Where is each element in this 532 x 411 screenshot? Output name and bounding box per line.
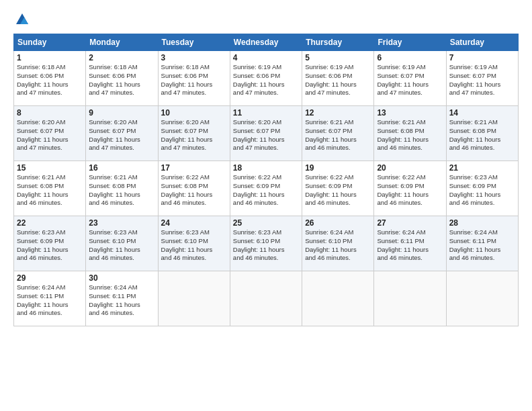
calendar-table: SundayMondayTuesdayWednesdayThursdayFrid… bbox=[13, 34, 519, 326]
day-number: 2 bbox=[89, 53, 154, 62]
calendar-cell: 3Sunrise: 6:18 AMSunset: 6:06 PMDaylight… bbox=[158, 51, 230, 106]
calendar-cell bbox=[230, 271, 302, 326]
day-info: Sunrise: 6:21 AMSunset: 6:08 PMDaylight:… bbox=[17, 173, 83, 208]
logo-icon bbox=[15, 12, 30, 27]
calendar-cell: 30Sunrise: 6:24 AMSunset: 6:11 PMDayligh… bbox=[86, 271, 158, 326]
calendar-cell: 5Sunrise: 6:19 AMSunset: 6:06 PMDaylight… bbox=[302, 51, 374, 106]
calendar-cell bbox=[302, 271, 374, 326]
day-info: Sunrise: 6:18 AMSunset: 6:06 PMDaylight:… bbox=[89, 63, 154, 97]
day-info: Sunrise: 6:19 AMSunset: 6:06 PMDaylight:… bbox=[233, 63, 299, 97]
calendar-cell: 11Sunrise: 6:20 AMSunset: 6:07 PMDayligh… bbox=[230, 106, 302, 161]
calendar-week-row: 22Sunrise: 6:23 AMSunset: 6:09 PMDayligh… bbox=[14, 216, 519, 271]
calendar-day-header: Monday bbox=[86, 34, 158, 51]
day-info: Sunrise: 6:24 AMSunset: 6:11 PMDaylight:… bbox=[377, 228, 443, 263]
day-number: 5 bbox=[305, 53, 371, 62]
calendar-cell: 24Sunrise: 6:23 AMSunset: 6:10 PMDayligh… bbox=[158, 216, 230, 271]
calendar-cell: 27Sunrise: 6:24 AMSunset: 6:11 PMDayligh… bbox=[374, 216, 446, 271]
calendar-cell bbox=[374, 271, 446, 326]
day-number: 19 bbox=[305, 163, 371, 173]
calendar-day-header: Wednesday bbox=[230, 34, 302, 51]
day-info: Sunrise: 6:24 AMSunset: 6:10 PMDaylight:… bbox=[305, 228, 371, 263]
day-number: 15 bbox=[17, 163, 83, 173]
day-number: 12 bbox=[305, 108, 371, 118]
calendar-cell: 28Sunrise: 6:24 AMSunset: 6:11 PMDayligh… bbox=[446, 216, 518, 271]
day-info: Sunrise: 6:24 AMSunset: 6:11 PMDaylight:… bbox=[89, 283, 154, 318]
day-info: Sunrise: 6:23 AMSunset: 6:10 PMDaylight:… bbox=[89, 228, 154, 263]
day-info: Sunrise: 6:19 AMSunset: 6:07 PMDaylight:… bbox=[377, 63, 443, 97]
calendar-day-header: Saturday bbox=[446, 34, 518, 51]
day-number: 28 bbox=[449, 218, 515, 228]
day-number: 22 bbox=[17, 218, 83, 228]
day-number: 23 bbox=[89, 218, 154, 228]
day-info: Sunrise: 6:23 AMSunset: 6:09 PMDaylight:… bbox=[17, 228, 83, 263]
day-number: 13 bbox=[377, 108, 443, 118]
day-number: 25 bbox=[233, 218, 299, 228]
calendar-cell: 6Sunrise: 6:19 AMSunset: 6:07 PMDaylight… bbox=[374, 51, 446, 106]
page: SundayMondayTuesdayWednesdayThursdayFrid… bbox=[0, 0, 532, 411]
calendar-cell: 29Sunrise: 6:24 AMSunset: 6:11 PMDayligh… bbox=[14, 271, 86, 326]
day-info: Sunrise: 6:22 AMSunset: 6:08 PMDaylight:… bbox=[161, 173, 227, 208]
day-number: 21 bbox=[449, 163, 515, 173]
day-info: Sunrise: 6:23 AMSunset: 6:10 PMDaylight:… bbox=[233, 228, 299, 263]
day-info: Sunrise: 6:24 AMSunset: 6:11 PMDaylight:… bbox=[449, 228, 515, 263]
calendar-cell: 19Sunrise: 6:22 AMSunset: 6:09 PMDayligh… bbox=[302, 161, 374, 216]
day-number: 24 bbox=[161, 218, 227, 228]
day-info: Sunrise: 6:20 AMSunset: 6:07 PMDaylight:… bbox=[161, 118, 227, 152]
day-number: 17 bbox=[161, 163, 227, 173]
calendar-day-header: Tuesday bbox=[158, 34, 230, 51]
calendar-cell: 14Sunrise: 6:21 AMSunset: 6:08 PMDayligh… bbox=[446, 106, 518, 161]
calendar-cell: 22Sunrise: 6:23 AMSunset: 6:09 PMDayligh… bbox=[14, 216, 86, 271]
day-number: 7 bbox=[449, 53, 515, 62]
day-number: 3 bbox=[161, 53, 227, 62]
day-info: Sunrise: 6:20 AMSunset: 6:07 PMDaylight:… bbox=[233, 118, 299, 152]
day-number: 14 bbox=[449, 108, 515, 118]
day-number: 6 bbox=[377, 53, 443, 62]
day-number: 1 bbox=[17, 53, 83, 62]
calendar-header-row: SundayMondayTuesdayWednesdayThursdayFrid… bbox=[14, 34, 519, 51]
calendar-week-row: 8Sunrise: 6:20 AMSunset: 6:07 PMDaylight… bbox=[14, 106, 519, 161]
calendar-cell: 20Sunrise: 6:22 AMSunset: 6:09 PMDayligh… bbox=[374, 161, 446, 216]
day-info: Sunrise: 6:21 AMSunset: 6:07 PMDaylight:… bbox=[305, 118, 371, 152]
calendar-cell: 7Sunrise: 6:19 AMSunset: 6:07 PMDaylight… bbox=[446, 51, 518, 106]
calendar-cell: 21Sunrise: 6:23 AMSunset: 6:09 PMDayligh… bbox=[446, 161, 518, 216]
calendar-cell: 2Sunrise: 6:18 AMSunset: 6:06 PMDaylight… bbox=[86, 51, 158, 106]
calendar-cell: 16Sunrise: 6:21 AMSunset: 6:08 PMDayligh… bbox=[86, 161, 158, 216]
calendar-cell: 17Sunrise: 6:22 AMSunset: 6:08 PMDayligh… bbox=[158, 161, 230, 216]
calendar-cell: 26Sunrise: 6:24 AMSunset: 6:10 PMDayligh… bbox=[302, 216, 374, 271]
day-number: 11 bbox=[233, 108, 299, 118]
day-number: 18 bbox=[233, 163, 299, 173]
day-number: 27 bbox=[377, 218, 443, 228]
day-number: 20 bbox=[377, 163, 443, 173]
calendar-week-row: 1Sunrise: 6:18 AMSunset: 6:06 PMDaylight… bbox=[14, 51, 519, 106]
calendar-day-header: Thursday bbox=[302, 34, 374, 51]
calendar-cell bbox=[158, 271, 230, 326]
day-info: Sunrise: 6:19 AMSunset: 6:06 PMDaylight:… bbox=[305, 63, 371, 97]
day-info: Sunrise: 6:18 AMSunset: 6:06 PMDaylight:… bbox=[161, 63, 227, 97]
day-info: Sunrise: 6:22 AMSunset: 6:09 PMDaylight:… bbox=[233, 173, 299, 208]
day-number: 30 bbox=[89, 273, 154, 283]
calendar-cell: 8Sunrise: 6:20 AMSunset: 6:07 PMDaylight… bbox=[14, 106, 86, 161]
calendar-cell bbox=[446, 271, 518, 326]
day-info: Sunrise: 6:23 AMSunset: 6:09 PMDaylight:… bbox=[449, 173, 515, 208]
day-number: 26 bbox=[305, 218, 371, 228]
day-info: Sunrise: 6:21 AMSunset: 6:08 PMDaylight:… bbox=[449, 118, 515, 152]
calendar-cell: 10Sunrise: 6:20 AMSunset: 6:07 PMDayligh… bbox=[158, 106, 230, 161]
calendar-cell: 9Sunrise: 6:20 AMSunset: 6:07 PMDaylight… bbox=[86, 106, 158, 161]
day-number: 10 bbox=[161, 108, 227, 118]
day-number: 8 bbox=[17, 108, 83, 118]
day-info: Sunrise: 6:21 AMSunset: 6:08 PMDaylight:… bbox=[89, 173, 154, 208]
calendar-day-header: Friday bbox=[374, 34, 446, 51]
calendar-week-row: 15Sunrise: 6:21 AMSunset: 6:08 PMDayligh… bbox=[14, 161, 519, 216]
calendar-cell: 12Sunrise: 6:21 AMSunset: 6:07 PMDayligh… bbox=[302, 106, 374, 161]
day-info: Sunrise: 6:21 AMSunset: 6:08 PMDaylight:… bbox=[377, 118, 443, 152]
header bbox=[13, 12, 519, 27]
day-info: Sunrise: 6:22 AMSunset: 6:09 PMDaylight:… bbox=[377, 173, 443, 208]
day-info: Sunrise: 6:20 AMSunset: 6:07 PMDaylight:… bbox=[17, 118, 83, 152]
calendar-day-header: Sunday bbox=[14, 34, 86, 51]
day-info: Sunrise: 6:24 AMSunset: 6:11 PMDaylight:… bbox=[17, 283, 83, 318]
day-info: Sunrise: 6:19 AMSunset: 6:07 PMDaylight:… bbox=[449, 63, 515, 97]
day-number: 29 bbox=[17, 273, 83, 283]
day-number: 16 bbox=[89, 163, 154, 173]
logo bbox=[13, 12, 30, 27]
calendar-week-row: 29Sunrise: 6:24 AMSunset: 6:11 PMDayligh… bbox=[14, 271, 519, 326]
